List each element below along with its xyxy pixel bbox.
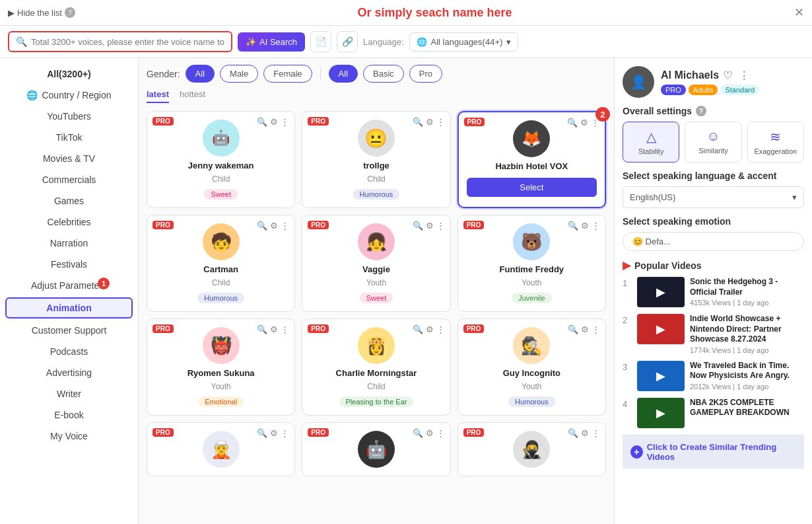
- video-item-1[interactable]: 1 ▶ Sonic the Hedgehog 3 - Official Trai…: [623, 277, 804, 307]
- play-icon: ▶: [656, 322, 665, 336]
- age-all-button[interactable]: All: [329, 65, 358, 83]
- voice-name: Hazbin Hotel VOX: [495, 161, 568, 171]
- voice-card-vaggie: PRO 🔍 ⚙ ⋮ 👧 Vaggie Youth Sweet: [302, 215, 450, 312]
- settings-card-icon[interactable]: ⚙: [270, 221, 278, 231]
- sidebar-item-podcasts[interactable]: Podcasts: [0, 341, 138, 362]
- settings-card-icon[interactable]: ⚙: [270, 117, 278, 127]
- sidebar-item-adjust-parameters[interactable]: Adjust Parameters 1: [0, 275, 138, 296]
- sidebar-item-games[interactable]: Games: [0, 190, 138, 211]
- video-thumb: ▶: [637, 277, 685, 307]
- more-card-icon[interactable]: ⋮: [436, 428, 445, 438]
- card-actions: 🔍 ⚙ ⋮: [568, 428, 600, 438]
- similarity-control[interactable]: ☺ Similarity: [685, 122, 741, 163]
- tag-pro: PRO: [661, 85, 686, 95]
- sidebar-item-narration[interactable]: Narration: [0, 233, 138, 254]
- more-options-icon[interactable]: ⋮: [739, 69, 749, 82]
- more-card-icon[interactable]: ⋮: [281, 117, 289, 127]
- more-card-icon[interactable]: ⋮: [281, 428, 289, 438]
- voice-avatar: 🕵️: [513, 327, 550, 364]
- video-info: NBA 2K25 COMPLETE GAMEPLAY BREAKDOWN: [690, 398, 804, 420]
- sidebar-item-animation[interactable]: Animation: [5, 297, 133, 318]
- more-card-icon[interactable]: ⋮: [436, 221, 445, 231]
- sidebar-item-customer-support[interactable]: Customer Support: [0, 320, 138, 341]
- sidebar-item-e-book[interactable]: E-book: [0, 404, 138, 426]
- search-card-icon[interactable]: 🔍: [413, 117, 423, 127]
- sidebar-item-youtubers[interactable]: YouTubers: [0, 106, 138, 127]
- create-trending-videos-bar[interactable]: + Click to Create Similar Trending Video…: [623, 435, 804, 468]
- voice-tag: Sweet: [360, 293, 393, 303]
- search-card-icon[interactable]: 🔍: [257, 117, 267, 127]
- plus-icon: +: [630, 445, 643, 459]
- emotion-button[interactable]: 😊 Defa...: [623, 232, 804, 251]
- stability-icon: △: [646, 129, 656, 145]
- search-card-icon[interactable]: 🔍: [257, 221, 267, 231]
- search-card-icon[interactable]: 🔍: [413, 221, 423, 231]
- settings-card-icon[interactable]: ⚙: [426, 428, 434, 438]
- more-card-icon[interactable]: ⋮: [436, 117, 445, 127]
- sidebar-item-festivals[interactable]: Festivals: [0, 254, 138, 275]
- close-button[interactable]: ✕: [794, 5, 804, 20]
- more-card-icon[interactable]: ⋮: [436, 324, 445, 334]
- search-card-icon[interactable]: 🔍: [257, 428, 267, 438]
- search-card-icon[interactable]: 🔍: [568, 221, 578, 231]
- more-card-icon[interactable]: ⋮: [592, 324, 600, 334]
- search-card-icon[interactable]: 🔍: [568, 428, 578, 438]
- age-pro-button[interactable]: Pro: [409, 65, 442, 83]
- video-item-2[interactable]: 2 ▶ Indie World Showcase + Nintendo Dire…: [623, 314, 804, 354]
- sidebar-item-movies-tv[interactable]: Movies & TV: [0, 148, 138, 169]
- sidebar-item-country[interactable]: 🌐 Country / Region: [0, 85, 138, 106]
- tab-latest[interactable]: latest: [147, 89, 169, 103]
- more-card-icon[interactable]: ⋮: [592, 221, 600, 231]
- search-card-icon[interactable]: 🔍: [257, 324, 267, 334]
- settings-card-icon[interactable]: ⚙: [426, 324, 434, 334]
- more-card-icon[interactable]: ⋮: [281, 221, 289, 231]
- voice-tag: Humorous: [197, 293, 244, 303]
- search-card-icon[interactable]: 🔍: [413, 324, 423, 334]
- hide-list-button[interactable]: ▶ Hide the list ?: [8, 7, 75, 18]
- voice-avatar: 🧝: [203, 431, 240, 468]
- tab-hottest[interactable]: hottest: [180, 89, 205, 103]
- settings-card-icon[interactable]: ⚙: [270, 324, 278, 334]
- language-selector[interactable]: 🌐 All languages(44+) ▾: [409, 32, 519, 52]
- more-card-icon[interactable]: ⋮: [281, 324, 289, 334]
- heart-icon[interactable]: ♡: [723, 69, 732, 82]
- search-card-icon[interactable]: 🔍: [567, 118, 578, 128]
- ai-search-button[interactable]: ✨ AI Search: [238, 32, 305, 52]
- video-item-4[interactable]: 4 ▶ NBA 2K25 COMPLETE GAMEPLAY BREAKDOWN: [623, 398, 804, 428]
- video-item-3[interactable]: 3 ▶ We Traveled Back in Time. Now Physic…: [623, 361, 804, 391]
- sidebar-item-advertising[interactable]: Advertising: [0, 362, 138, 383]
- sidebar-item-celebrities[interactable]: Celebrities: [0, 211, 138, 233]
- settings-card-icon[interactable]: ⚙: [426, 117, 434, 127]
- settings-card-icon[interactable]: ⚙: [580, 118, 588, 128]
- more-card-icon[interactable]: ⋮: [592, 428, 600, 438]
- sidebar-item-writer[interactable]: Writer: [0, 383, 138, 404]
- select-button[interactable]: Select: [467, 178, 597, 197]
- search-header-label: Or simply seach name here: [82, 6, 788, 20]
- card-actions: 🔍 ⚙ ⋮: [413, 221, 445, 231]
- speaking-lang-dropdown[interactable]: English(US) ▾: [623, 186, 804, 208]
- sidebar-item-commercials[interactable]: Commercials: [0, 169, 138, 190]
- settings-card-icon[interactable]: ⚙: [581, 324, 589, 334]
- sidebar-item-tiktok[interactable]: TikTok: [0, 127, 138, 148]
- voice-tag: Pleasing to the Ear: [339, 396, 414, 407]
- search-card-icon[interactable]: 🔍: [568, 324, 578, 334]
- voice-avatar: 🤖: [203, 120, 240, 157]
- gender-all-button[interactable]: All: [186, 65, 215, 83]
- settings-card-icon[interactable]: ⚙: [581, 428, 589, 438]
- settings-card-icon[interactable]: ⚙: [426, 221, 434, 231]
- settings-card-icon[interactable]: ⚙: [581, 221, 589, 231]
- search-card-icon[interactable]: 🔍: [413, 428, 423, 438]
- sidebar-item-my-voice[interactable]: My Voice: [0, 426, 138, 447]
- filter-row: Gender: All Male Female All Basic Pro: [147, 65, 606, 83]
- stability-control[interactable]: △ Stability: [623, 122, 679, 163]
- link-button[interactable]: 🔗: [337, 31, 358, 52]
- chevron-down-icon: ▾: [792, 192, 797, 202]
- upload-button[interactable]: 📄: [310, 31, 331, 52]
- age-basic-button[interactable]: Basic: [363, 65, 404, 83]
- sidebar-item-all[interactable]: All(3200+): [0, 63, 138, 85]
- search-input[interactable]: [31, 37, 224, 47]
- gender-female-button[interactable]: Female: [263, 65, 312, 83]
- settings-card-icon[interactable]: ⚙: [270, 428, 278, 438]
- gender-male-button[interactable]: Male: [220, 65, 258, 83]
- exaggeration-control[interactable]: ≋ Exaggeration: [747, 122, 804, 163]
